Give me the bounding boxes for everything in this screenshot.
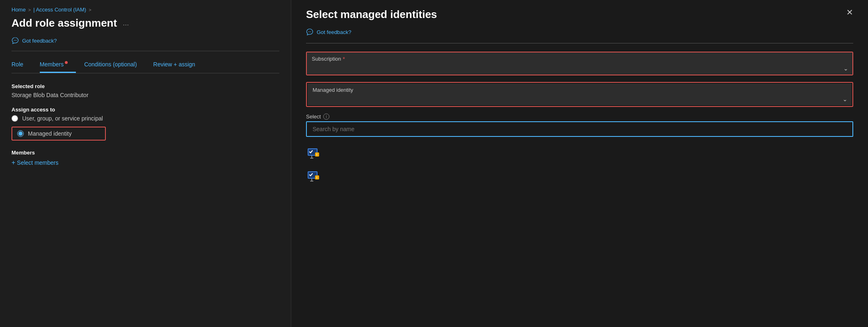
managed-identity-field-box: Managed identity ⌄	[306, 82, 853, 107]
radio-group: User, group, or service principal Manage…	[11, 115, 279, 141]
list-item[interactable]: !	[306, 143, 853, 165]
radio-user-group[interactable]: User, group, or service principal	[11, 115, 279, 122]
svg-point-3	[308, 32, 309, 32]
tab-conditions[interactable]: Conditions (optional)	[84, 57, 145, 73]
tab-role[interactable]: Role	[11, 57, 32, 73]
radio-ugsp-input[interactable]	[11, 115, 18, 122]
right-feedback-text: Got feedback?	[317, 29, 352, 35]
radio-ugsp-label: User, group, or service principal	[22, 115, 103, 122]
search-input[interactable]	[306, 121, 853, 137]
breadcrumb-iam[interactable]: | Access Control (IAM)	[33, 7, 86, 13]
members-dot	[65, 61, 68, 64]
selected-role-label: Selected role	[11, 83, 279, 89]
right-feedback[interactable]: Got feedback?	[306, 28, 853, 36]
plus-icon: +	[11, 159, 15, 166]
panel-title: Select managed identities	[306, 8, 437, 21]
members-label: Members	[11, 150, 279, 156]
select-field-label: Select i	[306, 114, 853, 120]
select-members-text: Select members	[17, 159, 58, 166]
close-button[interactable]: ✕	[846, 8, 853, 16]
svg-rect-15	[310, 181, 313, 182]
vm-icon: !	[306, 147, 321, 161]
identity-icon-1: !	[306, 147, 321, 161]
selected-role-value: Storage Blob Data Contributor	[11, 92, 279, 98]
radio-mi-input[interactable]	[17, 130, 24, 137]
subscription-required: *	[343, 56, 345, 62]
select-members-link[interactable]: + Select members	[11, 159, 279, 166]
vm-icon-2: !	[306, 170, 321, 184]
ellipsis-button[interactable]: ...	[121, 19, 130, 27]
breadcrumb-sep2: >	[89, 7, 91, 12]
svg-rect-8	[311, 156, 312, 158]
left-panel: Home > | Access Control (IAM) > Add role…	[0, 0, 291, 327]
radio-mi-label: Managed identity	[28, 130, 72, 137]
identity-icon-2: !	[306, 170, 321, 184]
svg-point-4	[309, 32, 310, 32]
svg-text:!: !	[316, 176, 318, 179]
radio-managed-identity[interactable]: Managed identity	[11, 127, 106, 141]
managed-identity-select[interactable]	[308, 93, 852, 105]
right-feedback-icon	[306, 28, 313, 36]
subscription-select-wrapper: ⌄	[307, 62, 852, 75]
svg-point-5	[311, 32, 311, 32]
select-info-icon[interactable]: i	[323, 114, 329, 120]
identity-list: ! !	[306, 143, 853, 188]
managed-identity-label: Managed identity	[308, 84, 852, 93]
left-feedback-text: Got feedback?	[22, 38, 57, 44]
feedback-icon	[11, 37, 19, 44]
breadcrumb-home[interactable]: Home	[11, 7, 26, 13]
right-panel: Select managed identities ✕ Got feedback…	[291, 0, 868, 327]
managed-identity-select-wrapper: ⌄	[308, 93, 852, 105]
tabs-container: Role Members Conditions (optional) Revie…	[11, 57, 279, 73]
subscription-label: Subscription *	[307, 52, 852, 62]
left-divider	[11, 51, 279, 51]
assign-access-label: Assign access to	[11, 107, 279, 113]
page-title: Add role assignment ...	[11, 17, 279, 30]
svg-rect-14	[311, 179, 312, 181]
right-divider	[306, 43, 853, 43]
svg-text:!: !	[316, 153, 318, 157]
subscription-field-box: Subscription * ⌄	[306, 52, 853, 75]
breadcrumb: Home > | Access Control (IAM) >	[11, 0, 279, 17]
svg-point-0	[14, 40, 15, 41]
tab-members[interactable]: Members	[40, 57, 76, 73]
svg-point-1	[15, 40, 16, 41]
svg-rect-9	[310, 158, 313, 159]
tab-review[interactable]: Review + assign	[153, 57, 203, 73]
panel-header: Select managed identities ✕	[306, 8, 853, 21]
left-feedback[interactable]: Got feedback?	[11, 37, 279, 44]
svg-point-2	[16, 40, 17, 41]
subscription-select[interactable]	[307, 62, 852, 75]
list-item[interactable]: !	[306, 166, 853, 188]
breadcrumb-sep1: >	[28, 7, 31, 12]
